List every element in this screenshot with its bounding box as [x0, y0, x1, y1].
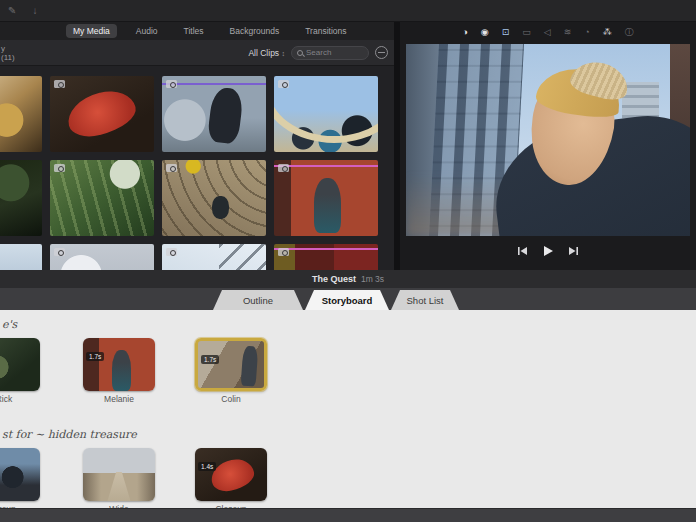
video-preview[interactable] [406, 44, 690, 236]
autumn-leaves-clip[interactable] [0, 76, 42, 152]
tab-outline[interactable]: Outline [213, 290, 303, 310]
red-leaf-clip[interactable] [50, 76, 154, 152]
color-balance-icon[interactable]: ◑ [462, 28, 467, 37]
play-button[interactable] [542, 245, 554, 257]
window-toolbar: ✎ ↓ [0, 0, 696, 22]
green-plants-clip[interactable] [50, 160, 154, 236]
clip-label: Rick [0, 394, 50, 404]
previous-button[interactable] [517, 246, 528, 256]
tab-titles[interactable]: Titles [177, 24, 211, 38]
board-tabs: Outline Storyboard Shot List [0, 288, 696, 310]
storyboard-panel: e's Rick 1.7s Melanie 1.7s Colin st for … [0, 310, 696, 508]
project-duration: 1m 3s [361, 274, 384, 284]
dark-plants-clip[interactable] [0, 160, 42, 236]
rick-thumbnail[interactable] [0, 338, 40, 391]
tab-shot-list[interactable]: Shot List [391, 290, 459, 310]
clip-colin-selected[interactable]: 1.7s Colin [185, 338, 277, 404]
red-yellow-clip[interactable] [274, 244, 378, 270]
info-icon[interactable]: ⓘ [625, 28, 634, 37]
tab-storyboard[interactable]: Storyboard [305, 290, 389, 310]
chevron-updown-icon: ↕ [282, 50, 286, 57]
arch-group-clip[interactable] [274, 76, 378, 152]
search-field[interactable] [291, 46, 369, 60]
camera-icon [54, 80, 65, 88]
camera-icon [54, 164, 65, 172]
playback-controls [400, 236, 696, 266]
tab-my-media[interactable]: My Media [66, 24, 117, 38]
duration-badge: 1.4s [198, 462, 216, 471]
spiral-steps-clip[interactable] [162, 160, 266, 236]
clip-appearance-icon[interactable] [375, 46, 388, 59]
search-input[interactable] [306, 48, 363, 57]
clip-filter-dropdown[interactable]: All Clips ↕ [248, 48, 285, 58]
media-grid [0, 66, 394, 270]
duration-badge: 1.7s [201, 355, 219, 364]
storyboard-row: Rick 1.7s Melanie 1.7s Colin [0, 338, 696, 408]
camera-icon [278, 80, 289, 88]
adjust-toolbar: ◑ ◉ ⊡ ▭ ◁ ≋ ◔ ⁂ ⓘ [400, 22, 696, 40]
clip-group[interactable]: Group [0, 448, 50, 508]
noise-reduction-icon[interactable]: ≋ [564, 28, 572, 37]
library-label-fragment: y (11) [0, 44, 16, 62]
camera-icon [166, 164, 177, 172]
wide-thumbnail[interactable] [83, 448, 155, 501]
camera-icon [278, 248, 289, 256]
browser-header: y (11) All Clips ↕ [0, 40, 394, 66]
next-button[interactable] [568, 246, 579, 256]
clip-melanie[interactable]: 1.7s Melanie [73, 338, 165, 404]
melanie-thumbnail[interactable]: 1.7s [83, 338, 155, 391]
clip-wide[interactable]: Wide [73, 448, 165, 508]
tab-audio[interactable]: Audio [129, 24, 165, 38]
speed-icon[interactable]: ◔ [584, 28, 589, 37]
color-correction-icon[interactable]: ◉ [481, 28, 489, 37]
imovie-window: ✎ ↓ My Media Audio Titles Backgrounds Tr… [0, 0, 696, 522]
effects-icon[interactable]: ⁂ [603, 28, 612, 37]
media-browser: My Media Audio Titles Backgrounds Transi… [0, 22, 400, 270]
section-heading-cast: e's [0, 310, 696, 332]
clip-label: Closeup [185, 504, 277, 508]
import-icon[interactable]: ↓ [32, 6, 37, 16]
project-bar: The Quest 1m 3s [0, 270, 696, 288]
camera-icon [166, 80, 177, 88]
used-range-line [274, 165, 378, 167]
woman-red-wall-clip[interactable] [274, 160, 378, 236]
clip-label: Wide [73, 504, 165, 508]
clip-label: Group [0, 504, 50, 508]
clip-rick[interactable]: Rick [0, 338, 50, 404]
camera-icon [278, 164, 289, 172]
tab-backgrounds[interactable]: Backgrounds [223, 24, 287, 38]
viewer-pane: ◑ ◉ ⊡ ▭ ◁ ≋ ◔ ⁂ ⓘ [400, 22, 696, 270]
clouds-clip[interactable] [50, 244, 154, 270]
clip-closeup[interactable]: 1.4s Closeup [185, 448, 277, 508]
camera-icon [166, 248, 177, 256]
camera-icon [54, 248, 65, 256]
volume-icon[interactable]: ◁ [544, 28, 551, 37]
section-heading-quest: st for ~ hidden treasure [0, 420, 696, 442]
used-range-line [162, 83, 266, 85]
man-walking-clip[interactable] [162, 76, 266, 152]
project-title: The Quest [312, 274, 356, 284]
closeup-thumbnail[interactable]: 1.4s [195, 448, 267, 501]
bottom-bar [0, 508, 696, 522]
group-thumbnail[interactable] [0, 448, 40, 501]
tab-transitions[interactable]: Transitions [298, 24, 353, 38]
glass-roof-clip[interactable] [162, 244, 266, 270]
crop-icon[interactable]: ⊡ [502, 28, 510, 37]
search-icon [297, 50, 303, 56]
edit-icon[interactable]: ✎ [8, 6, 16, 16]
clip-label: Melanie [73, 394, 165, 404]
clip-label: Colin [185, 394, 277, 404]
colin-thumbnail[interactable]: 1.7s [195, 338, 267, 391]
used-range-line [274, 248, 378, 250]
duration-badge: 1.7s [86, 352, 104, 361]
media-tabs: My Media Audio Titles Backgrounds Transi… [0, 22, 394, 40]
sky-partial-clip[interactable] [0, 244, 42, 270]
stabilization-icon[interactable]: ▭ [522, 28, 531, 37]
storyboard-row: Group Wide 1.4s Closeup [0, 448, 696, 508]
